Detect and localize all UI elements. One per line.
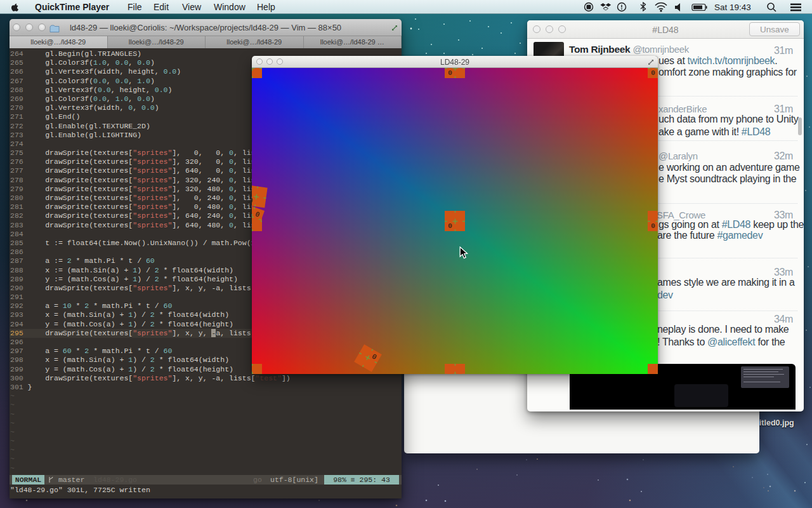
svg-text:Sat 19:43: Sat 19:43 <box>714 3 751 12</box>
